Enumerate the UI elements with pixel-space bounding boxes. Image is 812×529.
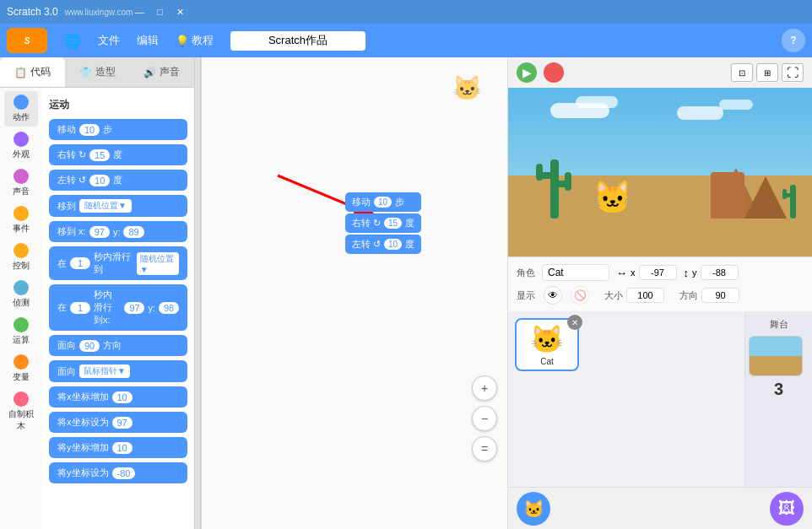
stage-medium-button[interactable]: ⊞ — [756, 63, 778, 82]
block-goto-xy[interactable]: 移到 x: 97 y: 89 — [49, 221, 187, 242]
sound-icon: 🔊 — [143, 67, 156, 78]
stage-size-buttons: ⊡ ⊞ ⛶ — [731, 63, 804, 82]
block-set-y[interactable]: 将y坐标设为 -80 — [49, 462, 187, 483]
tabs-row: 📋 代码 👕 造型 🔊 声音 — [0, 57, 194, 88]
x-coord-input[interactable] — [639, 265, 677, 280]
sprites-backdrop-area: 🐱 ✕ Cat 舞台 3 — [508, 311, 812, 487]
globe-menu[interactable]: 🌐 — [57, 30, 88, 52]
close-button[interactable]: ✕ — [173, 5, 187, 19]
size-group: 大小 — [604, 288, 664, 303]
block-goto-random[interactable]: 移到 随机位置▼ — [49, 195, 187, 217]
block-turn-left[interactable]: 左转 ↺ 10 度 — [49, 170, 187, 191]
sensing-dot — [14, 280, 29, 295]
stage-controls: ▶ ⊡ ⊞ ⛶ — [508, 57, 812, 88]
code-icon: 📋 — [14, 67, 27, 78]
svg-rect-9 — [782, 189, 787, 199]
block-glide-xy[interactable]: 在 1 秒内滑行到x: 97 y: 98 — [49, 284, 187, 331]
section-title: 运动 — [49, 98, 187, 112]
block-turn-right[interactable]: 右转 ↻ 15 度 — [49, 144, 187, 165]
tab-costume[interactable]: 👕 造型 — [65, 57, 130, 87]
block-change-x[interactable]: 将x坐标增加 10 — [49, 386, 187, 408]
y-arrow-icon: ↕ — [684, 267, 690, 279]
block-set-x[interactable]: 将x坐标设为 97 — [49, 412, 187, 433]
maximize-button[interactable]: □ — [153, 5, 166, 19]
zoom-in-button[interactable]: + — [472, 375, 497, 401]
rock-formation — [711, 172, 744, 219]
titlebar: Scratch 3.0 www.liuxingw.com — □ ✕ — [0, 0, 812, 24]
titlebar-controls: — □ ✕ — [133, 5, 187, 19]
svg-rect-7 — [790, 185, 796, 219]
stop-button[interactable] — [544, 62, 564, 83]
variables-dot — [14, 354, 29, 370]
titlebar-title: Scratch 3.0 — [7, 6, 58, 18]
green-flag-button[interactable]: ▶ — [517, 62, 537, 83]
tab-sound[interactable]: 🔊 声音 — [129, 57, 194, 87]
hide-eye-button[interactable]: 🚫 — [571, 286, 589, 305]
show-eye-button[interactable]: 👁 — [544, 286, 562, 305]
block-face-direction[interactable]: 面向 90 方向 — [49, 335, 187, 356]
script-area[interactable]: 🐱 移动 10 步 — [201, 57, 508, 529]
script-block-move[interactable]: 移动 10 步 — [345, 192, 421, 212]
sprites-panel: 🐱 ✕ Cat — [508, 311, 744, 487]
blocks-area: 动作 外观 声音 事件 控制 — [0, 88, 194, 529]
sidebar-item-events[interactable]: 事件 — [4, 202, 38, 238]
zoom-out-button[interactable]: − — [472, 406, 497, 431]
edit-menu[interactable]: 编辑 — [130, 30, 165, 51]
sidebar-item-control[interactable]: 控制 — [4, 240, 38, 275]
myblocks-dot — [14, 391, 29, 407]
direction-input[interactable] — [701, 288, 739, 303]
sidebar-item-sensing[interactable]: 侦测 — [4, 277, 38, 312]
backdrop-panel: 舞台 3 — [744, 311, 812, 487]
globe-icon: 🌐 — [64, 33, 81, 49]
cat-sprite: 🐱 — [593, 179, 632, 216]
bottom-bar: 🐱 🖼 — [508, 487, 812, 529]
backdrop-thumb[interactable] — [749, 336, 803, 376]
cloud-3 — [677, 106, 723, 120]
block-face-mouse[interactable]: 面向 鼠标指针▼ — [49, 360, 187, 382]
stage-small-button[interactable]: ⊡ — [731, 63, 753, 82]
y-coord-input[interactable] — [701, 265, 739, 280]
cactus-small-svg — [782, 176, 804, 219]
tutorial-menu[interactable]: 💡 教程 — [169, 30, 220, 51]
script-blocks-stack: 移动 10 步 右转 ↻ 15 度 左转 ↺ 10 度 — [345, 192, 421, 256]
menubar: S 🌐 文件 编辑 💡 教程 ? — [0, 24, 812, 57]
sprite-delete-cat[interactable]: ✕ — [567, 315, 582, 330]
help-button[interactable]: ? — [782, 29, 805, 52]
y-coord-group: ↕ y — [684, 265, 739, 280]
zoom-reset-button[interactable]: = — [472, 436, 497, 462]
blocks-list: 运动 移动 10 步 右转 ↻ 15 度 左转 ↺ 10 度 — [42, 88, 194, 529]
sprite-info: 角色 ↔ x ↕ y 显示 👁 🚫 大小 — [508, 256, 812, 311]
sprite-info-name-row: 角色 ↔ x ↕ y — [517, 264, 804, 281]
sprite-thumb-cat-icon: 🐱 — [520, 323, 574, 355]
zoom-controls: + − = — [472, 375, 497, 462]
control-dot — [14, 243, 29, 258]
script-block-turn-left[interactable]: 左转 ↺ 10 度 — [345, 235, 421, 254]
add-sprite-button[interactable]: 🐱 — [517, 492, 550, 526]
project-name-input[interactable] — [230, 31, 365, 51]
sidebar-item-variables[interactable]: 变量 — [4, 351, 38, 386]
sprite-name-input[interactable] — [542, 264, 609, 281]
looks-dot — [14, 132, 29, 147]
sidebar-item-myblocks[interactable]: 自制积木 — [4, 388, 38, 435]
cloud-4 — [719, 100, 753, 110]
svg-rect-4 — [536, 164, 543, 181]
sidebar-item-motion[interactable]: 动作 — [4, 91, 38, 127]
minimize-button[interactable]: — — [133, 5, 146, 19]
script-block-turn-right[interactable]: 右转 ↻ 15 度 — [345, 213, 421, 233]
operators-dot — [14, 317, 29, 332]
block-glide-random[interactable]: 在 1 秒内滑行到 随机位置▼ — [49, 246, 187, 280]
size-input[interactable] — [626, 288, 664, 303]
block-change-y[interactable]: 将y坐标增加 10 — [49, 437, 187, 458]
sidebar-item-sound[interactable]: 声音 — [4, 165, 38, 201]
sidebar-item-operators[interactable]: 运算 — [4, 314, 38, 349]
sprite-thumb-cat[interactable]: 🐱 ✕ Cat — [515, 318, 579, 371]
stage-fullscreen-button[interactable]: ⛶ — [782, 63, 804, 82]
block-move[interactable]: 移动 10 步 — [49, 119, 187, 140]
add-backdrop-button[interactable]: 🖼 — [770, 492, 804, 526]
svg-rect-2 — [550, 159, 559, 219]
sidebar-item-looks[interactable]: 外观 — [4, 128, 38, 164]
main-container: 📋 代码 👕 造型 🔊 声音 动作 外观 — [0, 57, 812, 529]
script-canvas: 🐱 移动 10 步 — [202, 57, 507, 529]
file-menu[interactable]: 文件 — [91, 30, 127, 51]
tab-code[interactable]: 📋 代码 — [0, 57, 65, 87]
